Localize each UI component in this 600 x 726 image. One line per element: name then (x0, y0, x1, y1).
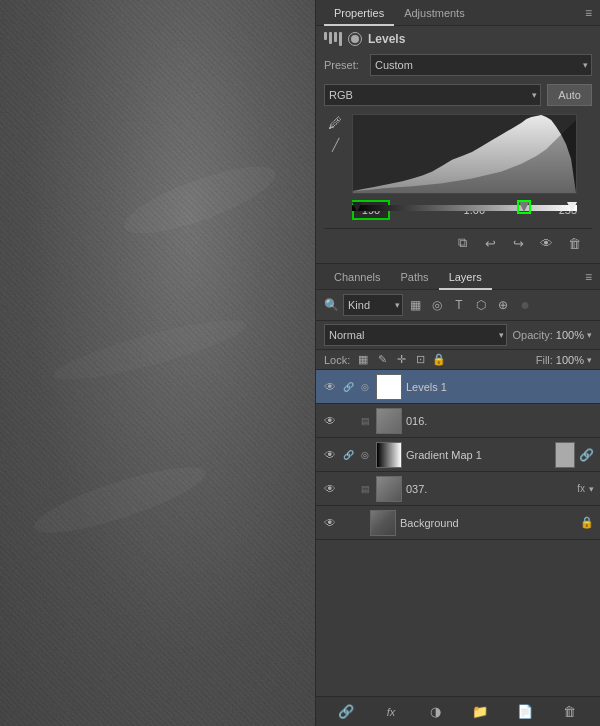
fill-chevron-icon[interactable]: ▾ (587, 355, 592, 365)
layer-item[interactable]: 👁 🔗 ◎ Levels 1 (316, 370, 600, 404)
blend-row: Normal Opacity: 100% ▾ (316, 321, 600, 350)
lock-transparent-icon[interactable]: ▦ (356, 353, 370, 366)
tab-adjustments[interactable]: Adjustments (394, 0, 475, 26)
levels-bar-2 (329, 32, 332, 44)
histogram-graph (352, 114, 577, 194)
tab-channels[interactable]: Channels (324, 264, 390, 290)
shape-filter-icon[interactable]: ⬡ (473, 297, 489, 313)
layer-name: 037. (406, 483, 571, 495)
properties-content: Levels Preset: Custom RGB Auto 🖉 (316, 26, 600, 264)
shadow-handle[interactable] (519, 202, 529, 212)
channel-select[interactable]: RGB (324, 84, 541, 106)
fx-button[interactable]: fx (381, 702, 401, 722)
layers-toolbar: 🔗 fx ◑ 📁 📄 🗑 (316, 696, 600, 726)
svg-point-3 (29, 455, 211, 545)
svg-point-1 (118, 154, 282, 246)
right-panel: Properties Adjustments ≡ Levels Preset: (315, 0, 600, 726)
new-group-icon[interactable]: 📁 (470, 702, 490, 722)
search-icon: 🔍 (324, 298, 339, 312)
tab-paths[interactable]: Paths (390, 264, 438, 290)
lock-all-icon[interactable]: 🔒 (432, 353, 446, 366)
levels-title: Levels (368, 32, 405, 46)
properties-tabs-bar: Properties Adjustments ≡ (316, 0, 600, 26)
new-layer-icon[interactable]: 📄 (515, 702, 535, 722)
eye-icon[interactable]: 👁 (322, 515, 338, 531)
panel-menu-icon[interactable]: ≡ (585, 6, 592, 20)
lock-row: Lock: ▦ ✎ ✛ ⊡ 🔒 Fill: 100% ▾ (316, 350, 600, 370)
rotate-right-icon[interactable]: ↪ (508, 233, 528, 253)
layer-doc-icon: ▤ (358, 482, 372, 496)
fill-group: Fill: 100% ▾ (536, 354, 592, 366)
layer-name: Gradient Map 1 (406, 449, 549, 461)
eye-icon[interactable]: 👁 (322, 481, 338, 497)
kind-select-wrapper: Kind (343, 294, 403, 316)
lock-icon: 🔒 (580, 516, 594, 529)
layer-thumbnail (376, 476, 402, 502)
eye-icon[interactable]: 👁 (322, 379, 338, 395)
link-layers-icon[interactable]: 🔗 (336, 702, 356, 722)
layer-adjustment-icon: ◎ (358, 448, 372, 462)
layer-item[interactable]: 👁 ▤ 037. fx ▾ (316, 472, 600, 506)
layer-item[interactable]: 👁 🔗 ◎ Gradient Map 1 🔗 (316, 438, 600, 472)
tab-layers[interactable]: Layers (439, 264, 492, 290)
layer-thumbnail (370, 510, 396, 536)
trash-icon[interactable]: 🗑 (564, 233, 584, 253)
layer-doc-icon: ▤ (358, 414, 372, 428)
toggle-filter-icon[interactable]: ● (517, 297, 533, 313)
layer-name: Levels 1 (406, 381, 594, 393)
eye-icon[interactable]: 👁 (322, 447, 338, 463)
layer-adjustment-icon: ◎ (358, 380, 372, 394)
tab-properties[interactable]: Properties (324, 0, 394, 26)
layer-item[interactable]: 👁 Background 🔒 (316, 506, 600, 540)
lock-artboard-icon[interactable]: ⊡ (413, 353, 427, 366)
fill-label: Fill: (536, 354, 553, 366)
pixel-filter-icon[interactable]: ▦ (407, 297, 423, 313)
blend-select[interactable]: Normal (324, 324, 507, 346)
lock-position-icon[interactable]: ✛ (394, 353, 408, 366)
levels-bar-3 (334, 32, 337, 42)
opacity-label: Opacity: (513, 329, 553, 341)
blend-select-wrapper: Normal (324, 324, 507, 346)
eyedropper-tools: 🖉 ╱ (326, 114, 344, 154)
levels-icon (324, 32, 342, 46)
opacity-value[interactable]: 100% (556, 329, 584, 341)
lock-icons-group: ▦ ✎ ✛ ⊡ 🔒 (356, 353, 446, 366)
fx-icon[interactable]: fx (577, 483, 585, 494)
clip-icon[interactable]: ⧉ (452, 233, 472, 253)
rotate-left-icon[interactable]: ↩ (480, 233, 500, 253)
layer-name: 016. (406, 415, 594, 427)
kind-row: 🔍 Kind ▦ ◎ T ⬡ ⊕ ● (316, 290, 600, 321)
layers-list: 👁 🔗 ◎ Levels 1 👁 ▤ 016. 👁 🔗 ◎ Gradi (316, 370, 600, 696)
layer-link-icon[interactable]: 🔗 (342, 449, 354, 461)
canvas (0, 0, 315, 726)
fill-value[interactable]: 100% (556, 354, 584, 366)
preset-select[interactable]: Custom (370, 54, 592, 76)
white-point-handle[interactable] (567, 202, 577, 212)
type-filter-icon[interactable]: T (451, 297, 467, 313)
smart-filter-icon[interactable]: ⊕ (495, 297, 511, 313)
eye-icon[interactable]: 👁 (322, 413, 338, 429)
preset-row: Preset: Custom (324, 54, 592, 76)
new-fill-adjustment-icon[interactable]: ◑ (426, 702, 446, 722)
layers-menu-icon[interactable]: ≡ (585, 270, 592, 284)
black-point-handle[interactable] (352, 202, 362, 212)
histogram-area: 🖉 ╱ (352, 114, 592, 194)
opacity-chevron-icon[interactable]: ▾ (587, 330, 592, 340)
kind-select[interactable]: Kind (343, 294, 403, 316)
layers-tabs-bar: Channels Paths Layers ≡ (316, 264, 600, 290)
lock-pixels-icon[interactable]: ✎ (375, 353, 389, 366)
visibility-icon[interactable]: 👁 (536, 233, 556, 253)
delete-layer-icon[interactable]: 🗑 (560, 702, 580, 722)
auto-button[interactable]: Auto (547, 84, 592, 106)
layer-item[interactable]: 👁 ▤ 016. (316, 404, 600, 438)
canvas-bg (0, 0, 315, 726)
fx-arrow-icon[interactable]: ▾ (589, 484, 594, 494)
layer-link-icon[interactable]: 🔗 (342, 381, 354, 393)
opacity-group: Opacity: 100% ▾ (513, 329, 593, 341)
levels-bar-1 (324, 32, 327, 40)
eyedropper-black-icon[interactable]: 🖉 (326, 114, 344, 132)
eyedropper-gray-icon[interactable]: ╱ (326, 136, 344, 154)
slider-track (352, 205, 577, 211)
adjustment-filter-icon[interactable]: ◎ (429, 297, 445, 313)
svg-point-2 (50, 310, 251, 391)
